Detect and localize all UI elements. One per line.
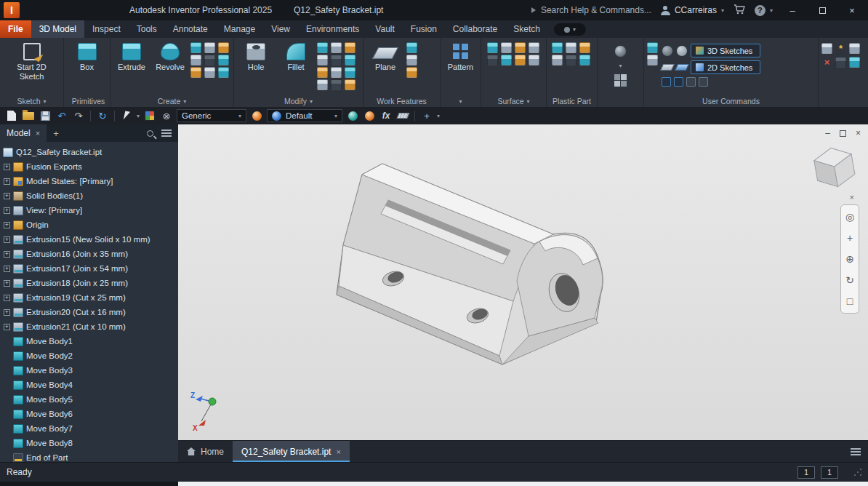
extra-tool-icon[interactable]	[821, 43, 832, 54]
doc-minimize-button[interactable]: –	[825, 128, 830, 138]
undo-button[interactable]: ↶	[55, 109, 68, 122]
save-button[interactable]	[39, 109, 52, 122]
expand-icon[interactable]: +	[4, 222, 10, 228]
light-icon[interactable]: *	[835, 43, 846, 54]
tree-item-extrusion16-join-x-35-mm[interactable]: +Extrusion16 (Join x 35 mm)	[0, 247, 178, 261]
ribbon-tab-fusion[interactable]: Fusion	[403, 20, 445, 38]
chevron-down-icon[interactable]: ▾	[137, 113, 140, 119]
tree-item-move-body7[interactable]: Move Body7	[0, 421, 178, 436]
close-button[interactable]: ×	[842, 5, 862, 16]
box-button[interactable]: Box	[68, 41, 106, 72]
tree-item-move-body1[interactable]: Move Body1	[0, 334, 178, 348]
start-2d-sketch-button[interactable]: Start 2D Sketch	[13, 41, 51, 81]
panel-label-plastic-part[interactable]: Plastic Part	[547, 95, 597, 107]
close-icon[interactable]: ×	[36, 129, 40, 138]
appearance-ball-icon[interactable]	[662, 45, 673, 57]
panel-label-work-features[interactable]: Work Features	[363, 95, 440, 107]
plane-button[interactable]: Plane	[366, 41, 404, 72]
create-small-icon[interactable]	[218, 67, 229, 78]
surface-icon[interactable]	[515, 55, 526, 65]
surface-icon[interactable]	[529, 42, 539, 53]
doc-restore-button[interactable]	[840, 130, 846, 137]
expand-icon[interactable]: +	[4, 207, 10, 214]
browser-menu-icon[interactable]	[161, 130, 172, 137]
surface-icon[interactable]	[501, 42, 512, 53]
restore-button[interactable]	[812, 5, 832, 16]
user-account-menu[interactable]: CCarreiras ▾	[661, 5, 724, 15]
ribbon-tab-file[interactable]: File	[0, 20, 31, 38]
expand-icon[interactable]: +	[4, 309, 10, 316]
tree-item-move-body8[interactable]: Move Body8	[0, 436, 178, 450]
panel-label-primitives[interactable]: Primitives	[64, 95, 110, 107]
appearance-ball-icon[interactable]	[676, 45, 688, 57]
tree-item-move-body4[interactable]: Move Body4	[0, 378, 178, 392]
tree-item-origin[interactable]: +Origin	[0, 218, 178, 232]
create-small-icon[interactable]	[204, 55, 215, 65]
nav-icon-0[interactable]: ◎	[845, 212, 854, 222]
plastic-part-icon[interactable]	[566, 55, 576, 65]
panel-label-modify[interactable]: Modify ▾	[234, 95, 363, 107]
modify-small-icon[interactable]	[317, 67, 328, 78]
help-search-input[interactable]: Search Help & Commands...	[531, 5, 651, 15]
ribbon-tab-view[interactable]: View	[263, 20, 298, 38]
tree-item-end-of-part[interactable]: End of Part	[0, 450, 178, 462]
surface-icon[interactable]	[487, 55, 498, 65]
ribbon-tab-sketch[interactable]: Sketch	[505, 20, 548, 38]
material-combo[interactable]: Generic ▾	[177, 109, 246, 122]
modify-small-icon[interactable]	[345, 55, 355, 65]
nav-icon-2[interactable]: ⊕	[845, 254, 854, 264]
tab-home[interactable]: Home	[178, 441, 233, 462]
modify-small-icon[interactable]	[317, 79, 328, 90]
tree-item-solid-bodies-1[interactable]: +Solid Bodies(1)	[0, 188, 178, 203]
3d-sketches-button[interactable]: 3D Sketches	[691, 44, 760, 57]
expand-icon[interactable]: +	[4, 266, 10, 272]
modify-small-icon[interactable]	[345, 79, 355, 90]
ribbon-overflow-button[interactable]: ▾	[554, 23, 586, 36]
color-swatch-button[interactable]	[143, 109, 156, 122]
tree-item-extrusion19-cut-x-25-mm[interactable]: +Extrusion19 (Cut x 25 mm)	[0, 290, 178, 305]
user-command-icon[interactable]	[647, 42, 658, 53]
surface-icon[interactable]	[529, 55, 539, 65]
store-cart-button[interactable]	[734, 4, 745, 17]
create-small-icon[interactable]	[190, 67, 201, 78]
clear-override-button[interactable]: ⊗	[160, 109, 173, 122]
browser-tab-model[interactable]: Model ×	[0, 124, 47, 142]
create-small-icon[interactable]	[204, 67, 215, 78]
status-counter[interactable]: 1	[797, 466, 815, 479]
tab-list-menu-icon[interactable]	[851, 448, 861, 455]
panel-label-create[interactable]: Create ▾	[110, 95, 233, 107]
tree-item-move-body2[interactable]: Move Body2	[0, 348, 178, 363]
measure-button[interactable]	[396, 109, 409, 122]
uc-box-icon[interactable]	[699, 77, 708, 87]
nav-icon-4[interactable]: □	[847, 296, 853, 306]
extrude-button[interactable]: Extrude	[113, 41, 150, 72]
surface-icon[interactable]	[501, 55, 512, 65]
revolve-button[interactable]: Revolve	[152, 41, 188, 72]
expand-icon[interactable]: +	[4, 251, 10, 258]
plastic-part-icon[interactable]	[552, 55, 563, 65]
redo-button[interactable]: ↷	[72, 109, 85, 122]
hole-button[interactable]: Hole	[237, 41, 275, 72]
panel-label-user-commands[interactable]: User Commands	[644, 95, 818, 107]
nav-icon-3[interactable]: ↻	[845, 275, 854, 285]
expand-icon[interactable]: +	[4, 178, 10, 185]
create-small-icon[interactable]	[190, 42, 201, 53]
help-menu-button[interactable]: ? ▾	[755, 5, 773, 16]
work-feature-icon[interactable]	[406, 67, 417, 78]
update-button[interactable]: ↻	[96, 109, 109, 122]
panel-label-surface[interactable]: Surface ▾	[481, 95, 546, 107]
tab-document[interactable]: Q12_Safety Bracket.ipt ×	[233, 441, 350, 462]
extra-tool-icon[interactable]	[849, 43, 860, 54]
ribbon-tab-tools[interactable]: Tools	[129, 20, 165, 38]
resize-grip[interactable]	[854, 469, 861, 476]
plastic-part-icon[interactable]	[566, 42, 576, 53]
surface-icon[interactable]	[487, 42, 498, 53]
uc-toggle-icon[interactable]	[674, 77, 683, 87]
bracket-model[interactable]	[178, 124, 868, 440]
tree-item-q12-safety-bracket-ipt[interactable]: Q12_Safety Bracket.ipt	[0, 145, 178, 159]
2d-sketches-button[interactable]: 2D Sketches	[691, 60, 760, 74]
chevron-down-icon[interactable]: ▾	[437, 113, 440, 119]
viewcube[interactable]	[808, 140, 862, 196]
work-feature-icon[interactable]	[406, 42, 417, 53]
navbar-close-icon[interactable]: ×	[850, 193, 854, 202]
